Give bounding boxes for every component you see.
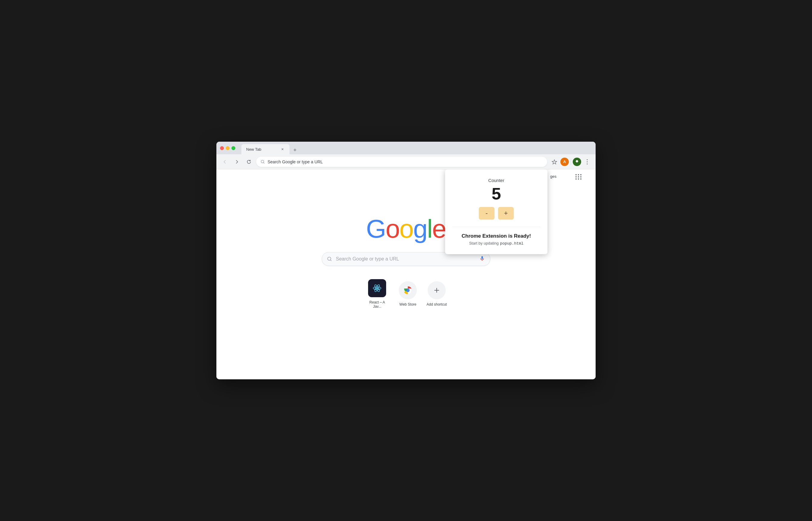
new-tab-button[interactable]: + — [291, 146, 299, 154]
google-apps-button[interactable] — [574, 172, 584, 181]
back-button[interactable] — [220, 157, 229, 167]
search-bar-placeholder: Search Google or type a URL — [336, 256, 399, 262]
popup-buttons: - + — [479, 207, 514, 220]
main-content: ges Google Search — [216, 169, 596, 379]
close-button[interactable] — [220, 146, 224, 150]
react-shortcut-icon — [368, 279, 386, 297]
popup-ready-desc-text: Start by updating — [469, 241, 500, 246]
shortcut-react[interactable]: React – A Jav... — [363, 277, 392, 311]
shortcut-add[interactable]: Add shortcut — [424, 279, 449, 309]
plus-icon — [433, 287, 440, 294]
tab-close-button[interactable]: ✕ — [280, 147, 285, 152]
profile-avatar[interactable]: A — [561, 158, 569, 166]
apps-dot — [578, 178, 579, 180]
extension-popup: Counter 5 - + Chrome Extension is Ready!… — [445, 169, 547, 254]
webstore-shortcut-icon — [399, 281, 417, 299]
apps-dot — [580, 176, 581, 178]
title-bar: New Tab ✕ + — [216, 142, 596, 154]
maximize-button[interactable] — [232, 146, 235, 150]
nav-bar: Search Google or type a URL A — [216, 154, 596, 169]
popup-counter-label: Counter — [488, 178, 504, 183]
apps-dot — [578, 174, 579, 175]
google-g2: g — [413, 214, 427, 243]
browser-window: New Tab ✕ + — [216, 142, 596, 379]
mic-button[interactable] — [479, 255, 485, 263]
svg-point-1 — [587, 159, 588, 160]
nav-right: A — [550, 157, 592, 167]
chrome-logo — [403, 286, 413, 295]
apps-dot — [580, 178, 581, 180]
popup-ready-title: Chrome Extension is Ready! — [462, 233, 531, 239]
svg-point-5 — [376, 287, 378, 289]
extension-icon — [574, 159, 579, 164]
more-button[interactable] — [583, 157, 592, 167]
add-shortcut-icon — [428, 281, 446, 299]
search-icon — [260, 159, 265, 164]
webstore-shortcut-label: Web Store — [399, 302, 416, 307]
shortcut-webstore[interactable]: Web Store — [396, 279, 419, 309]
apps-dot — [575, 174, 577, 175]
star-icon — [552, 159, 557, 164]
google-o2: o — [399, 214, 413, 243]
apps-dot — [575, 176, 577, 178]
minimize-button[interactable] — [226, 146, 229, 150]
mic-icon-svg — [479, 255, 485, 262]
increment-button[interactable]: + — [498, 207, 514, 220]
tab-bar: New Tab ✕ + — [241, 142, 299, 154]
bookmark-button[interactable] — [550, 157, 559, 167]
shortcuts-row: React – A Jav... — [363, 277, 449, 311]
avatar-letter: A — [563, 159, 566, 164]
svg-point-11 — [407, 289, 409, 292]
decrement-button[interactable]: - — [479, 207, 495, 220]
apps-dot — [575, 178, 577, 180]
google-g: G — [366, 214, 386, 243]
react-shortcut-label: React – A Jav... — [365, 300, 389, 309]
popup-divider — [452, 227, 540, 227]
address-text: Search Google or type a URL — [267, 159, 323, 164]
svg-point-2 — [587, 161, 588, 162]
traffic-lights — [220, 146, 235, 150]
react-logo — [372, 284, 382, 293]
popup-counter-value: 5 — [491, 185, 501, 202]
address-bar[interactable]: Search Google or type a URL — [256, 157, 547, 167]
active-tab[interactable]: New Tab ✕ — [241, 144, 289, 154]
extension-button[interactable] — [573, 158, 581, 166]
search-bar-icon — [327, 256, 332, 262]
popup-ready-desc-code: popup.html — [500, 241, 523, 246]
tab-title: New Tab — [246, 147, 261, 152]
google-l: l — [427, 214, 432, 243]
google-logo: Google — [366, 214, 446, 244]
apps-dot — [580, 174, 581, 175]
popup-ready-desc: Start by updating popup.html — [469, 241, 524, 246]
top-right-images-link[interactable]: ges — [550, 172, 556, 179]
apps-dot — [578, 176, 579, 178]
more-icon — [587, 159, 588, 164]
forward-button[interactable] — [232, 157, 242, 167]
svg-point-3 — [587, 163, 588, 164]
nav-divider — [571, 159, 571, 165]
add-shortcut-label: Add shortcut — [426, 302, 447, 307]
reload-button[interactable] — [244, 157, 254, 167]
google-e: e — [432, 214, 446, 243]
google-o1: o — [386, 214, 399, 243]
